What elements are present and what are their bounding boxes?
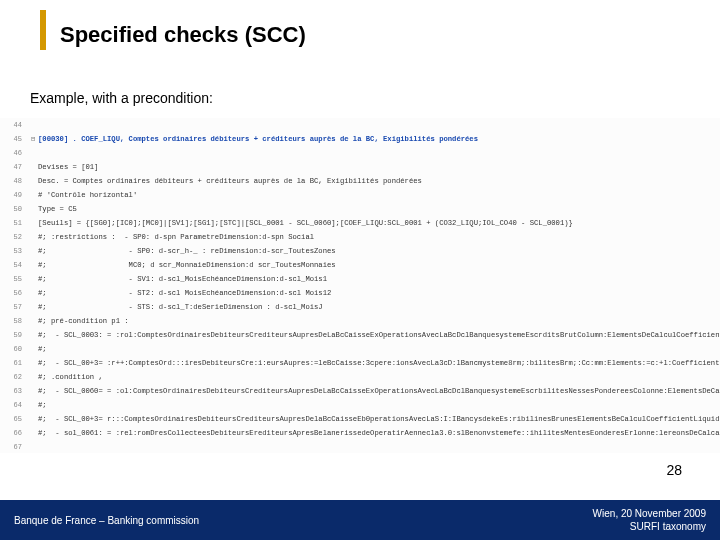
line-number: 58 — [0, 314, 28, 328]
line-number: 67 — [0, 440, 28, 453]
code-line: 59#; - SCL_0003: = :rol:ComptesOrdinaire… — [0, 328, 720, 342]
line-number: 57 — [0, 300, 28, 314]
code-line: 65#; - SCL_00+3= r:::ComptesOrdinairesDe… — [0, 412, 720, 426]
line-number: 51 — [0, 216, 28, 230]
line-number: 53 — [0, 244, 28, 258]
slide-title: Specified checks (SCC) — [60, 22, 306, 48]
line-number: 45 — [0, 132, 28, 146]
code-line: 61#; - SCL_00+3= :r++:ComptesOrd:::iresD… — [0, 356, 720, 370]
line-number: 44 — [0, 118, 28, 132]
code-line: 57#; - STS: d-scl_T:deSerieDimension : d… — [0, 300, 720, 314]
code-line: 66#; - sol_0061: = :rel:romDresCollectee… — [0, 426, 720, 440]
line-number: 63 — [0, 384, 28, 398]
code-line: 64#; — [0, 398, 720, 412]
code-line: 55#; - SV1: d-scl_MoisEchéanceDimension:… — [0, 272, 720, 286]
code-text: Type = C5 — [38, 202, 77, 216]
code-line: 52#; :restrictions : - SP0: d-spn Parame… — [0, 230, 720, 244]
code-text: #; — [38, 342, 47, 356]
code-text: #; pré-condition p1 : — [38, 314, 129, 328]
code-text: # 'Contrôle horizontal' — [38, 188, 137, 202]
line-number: 65 — [0, 412, 28, 426]
slide-footer: Banque de France – Banking commission Wi… — [0, 500, 720, 540]
code-text: #; .condition , — [38, 370, 103, 384]
line-number: 59 — [0, 328, 28, 342]
code-line: 48Desc. = Comptes ordinaires débiteurs +… — [0, 174, 720, 188]
code-line: 58#; pré-condition p1 : — [0, 314, 720, 328]
code-text: #; - SCL_0060= = :ol:ComptesOrdinairesDe… — [38, 384, 720, 398]
line-number: 56 — [0, 286, 28, 300]
code-line: 45⊟[00030] . COEF_LIQU, Comptes ordinair… — [0, 132, 720, 146]
line-number: 47 — [0, 160, 28, 174]
line-number: 61 — [0, 356, 28, 370]
footer-left: Banque de France – Banking commission — [14, 515, 199, 526]
footer-right: Wien, 20 November 2009 SURFI taxonomy — [593, 507, 706, 533]
footer-topic: SURFI taxonomy — [593, 520, 706, 533]
code-text: Devises = [01] — [38, 160, 98, 174]
line-number: 54 — [0, 258, 28, 272]
code-line: 54#; MC0; d scr_MonnaieDimension:d scr_T… — [0, 258, 720, 272]
code-line: 60#; — [0, 342, 720, 356]
slide-subtitle: Example, with a precondition: — [30, 90, 213, 106]
code-line: 53#; - SP0: d-scr_h-_ : reDimension:d-sc… — [0, 244, 720, 258]
line-number: 50 — [0, 202, 28, 216]
page-number: 28 — [666, 462, 682, 478]
code-text: #; MC0; d scr_MonnaieDimension:d scr_Tou… — [38, 258, 336, 272]
code-text: #; - SCL_00+3= r:::ComptesOrdinairesDebi… — [38, 412, 720, 426]
code-line: 47Devises = [01] — [0, 160, 720, 174]
code-line: 49# 'Contrôle horizontal' — [0, 188, 720, 202]
code-text: #; :restrictions : - SP0: d-spn Parametr… — [38, 230, 314, 244]
code-text: [00030] . COEF_LIQU, Comptes ordinaires … — [38, 132, 478, 146]
title-accent-bar — [40, 10, 46, 50]
code-text: Desc. = Comptes ordinaires débiteurs + c… — [38, 174, 422, 188]
code-text: #; — [38, 398, 47, 412]
line-number: 62 — [0, 370, 28, 384]
code-line: 56#; - ST2: d-scl MoisEchéanceDimension:… — [0, 286, 720, 300]
line-number: 64 — [0, 398, 28, 412]
code-line: 44 — [0, 118, 720, 132]
code-text: #; - SV1: d-scl_MoisEchéanceDimension:d-… — [38, 272, 327, 286]
code-text: #; - SCL_00+3= :r++:ComptesOrd:::iresDeb… — [38, 356, 720, 370]
fold-marker: ⊟ — [28, 132, 38, 146]
footer-date: Wien, 20 November 2009 — [593, 507, 706, 520]
line-number: 48 — [0, 174, 28, 188]
line-number: 60 — [0, 342, 28, 356]
line-number: 66 — [0, 426, 28, 440]
code-text: [Seuils] = {[SG0];[IC0];[MC0]|[SV1];[SG1… — [38, 216, 573, 230]
line-number: 52 — [0, 230, 28, 244]
line-number: 49 — [0, 188, 28, 202]
code-line: 62#; .condition , — [0, 370, 720, 384]
code-text: #; - sol_0061: = :rel:romDresCollecteesD… — [38, 426, 720, 440]
code-line: 63#; - SCL_0060= = :ol:ComptesOrdinaires… — [0, 384, 720, 398]
code-line: 50Type = C5 — [0, 202, 720, 216]
code-line: 46 — [0, 146, 720, 160]
code-line: 51[Seuils] = {[SG0];[IC0];[MC0]|[SV1];[S… — [0, 216, 720, 230]
code-text: #; - SP0: d-scr_h-_ : reDimension:d-scr_… — [38, 244, 336, 258]
code-listing: 4445⊟[00030] . COEF_LIQU, Comptes ordina… — [0, 118, 720, 453]
code-line: 67 — [0, 440, 720, 453]
line-number: 55 — [0, 272, 28, 286]
line-number: 46 — [0, 146, 28, 160]
code-text: #; - ST2: d-scl MoisEchéanceDimension:d-… — [38, 286, 331, 300]
code-text: #; - STS: d-scl_T:deSerieDimension : d-s… — [38, 300, 323, 314]
code-text: #; - SCL_0003: = :rol:ComptesOrdinairesD… — [38, 328, 720, 342]
